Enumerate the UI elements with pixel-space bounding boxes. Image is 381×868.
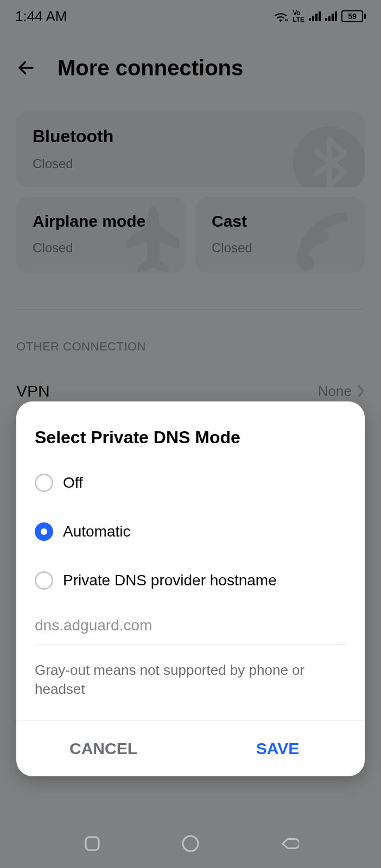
nav-back-button[interactable]	[278, 833, 299, 854]
radio-option-automatic[interactable]: Automatic	[35, 522, 346, 541]
nav-recent-button[interactable]	[82, 833, 103, 854]
radio-label-off: Off	[63, 474, 83, 492]
system-nav-bar	[0, 819, 381, 868]
svg-rect-4	[86, 837, 99, 850]
save-button[interactable]: SAVE	[190, 721, 365, 776]
nav-home-button[interactable]	[180, 833, 201, 854]
dialog-actions: CANCEL SAVE	[16, 720, 365, 776]
dialog-hint: Gray-out means not supported by phone or…	[35, 661, 346, 699]
radio-icon	[35, 571, 53, 590]
dns-hostname-input[interactable]	[35, 611, 346, 644]
svg-point-5	[183, 836, 198, 851]
radio-label-automatic: Automatic	[63, 523, 131, 540]
radio-option-hostname[interactable]: Private DNS provider hostname	[35, 571, 346, 590]
cancel-button[interactable]: CANCEL	[16, 721, 190, 776]
private-dns-dialog: Select Private DNS Mode Off Automatic Pr…	[16, 401, 365, 776]
radio-label-hostname: Private DNS provider hostname	[63, 572, 277, 589]
radio-icon	[35, 474, 53, 492]
radio-icon-checked	[35, 522, 53, 541]
radio-option-off[interactable]: Off	[35, 474, 346, 492]
dialog-title: Select Private DNS Mode	[35, 427, 346, 448]
